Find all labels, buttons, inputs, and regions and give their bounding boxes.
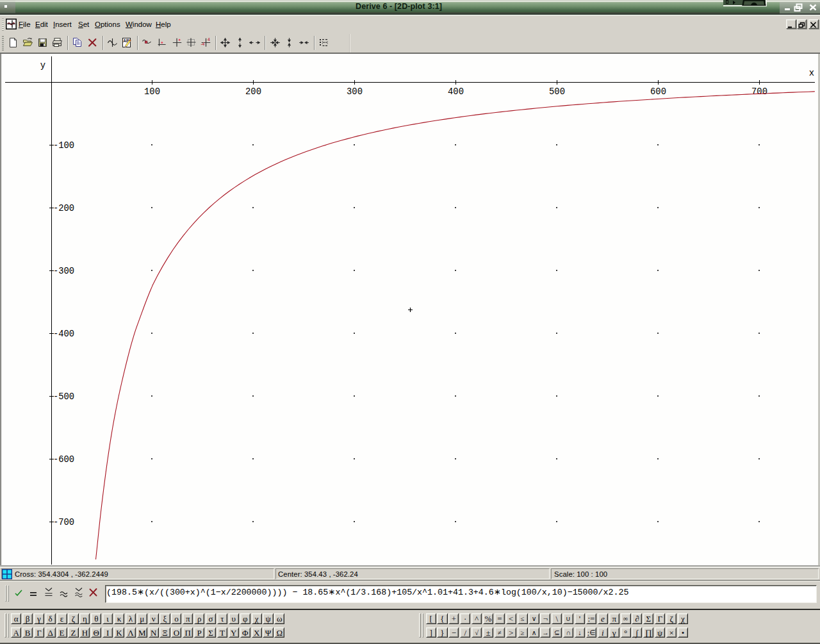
svg-text:400: 400 (448, 87, 464, 97)
svg-text:-400: -400 (53, 329, 74, 339)
svg-text:-700: -700 (53, 518, 74, 527)
svg-text:-600: -600 (53, 455, 74, 465)
svg-text:300: 300 (347, 87, 363, 97)
svg-text:600: 600 (650, 87, 666, 97)
svg-text:100: 100 (144, 87, 160, 97)
svg-text:-300: -300 (53, 267, 74, 276)
svg-text:-200: -200 (53, 204, 74, 213)
svg-text:700: 700 (751, 87, 767, 97)
svg-text:200: 200 (245, 87, 261, 97)
svg-text:500: 500 (549, 87, 565, 97)
svg-text:-100: -100 (53, 141, 74, 151)
svg-text:x: x (809, 69, 814, 78)
svg-text:y: y (40, 61, 45, 70)
svg-text:-500: -500 (53, 392, 74, 402)
